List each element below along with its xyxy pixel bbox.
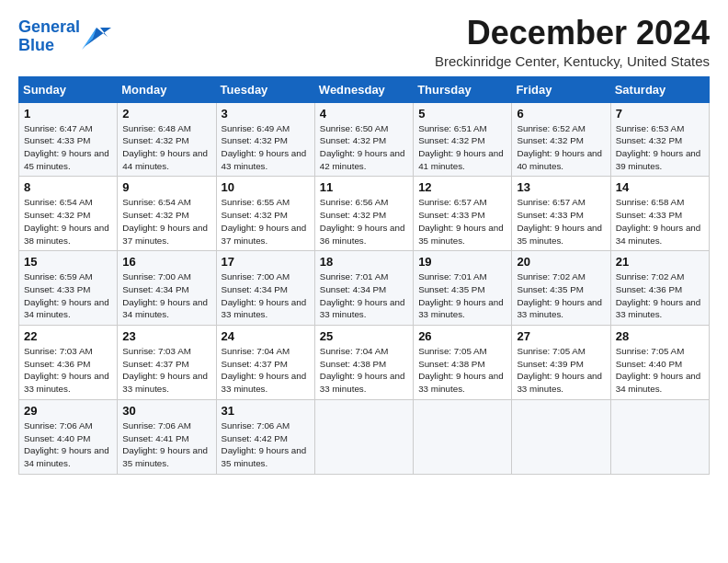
day-number: 12 <box>418 180 506 194</box>
calendar-cell: 9 Sunrise: 6:54 AMSunset: 4:32 PMDayligh… <box>118 177 216 251</box>
day-detail: Sunrise: 7:06 AMSunset: 4:42 PMDaylight:… <box>222 420 307 468</box>
day-detail: Sunrise: 6:51 AMSunset: 4:32 PMDaylight:… <box>418 123 504 171</box>
main-container: General Blue December 2024 Breckinridge … <box>0 0 728 484</box>
day-number: 11 <box>320 180 408 194</box>
calendar-cell: 11 Sunrise: 6:56 AMSunset: 4:32 PMDaylig… <box>314 177 413 251</box>
calendar-week-2: 8 Sunrise: 6:54 AMSunset: 4:32 PMDayligh… <box>19 177 710 251</box>
calendar-cell: 19 Sunrise: 7:01 AMSunset: 4:35 PMDaylig… <box>414 251 512 326</box>
day-number: 27 <box>517 329 605 343</box>
calendar-table: SundayMondayTuesdayWednesdayThursdayFrid… <box>18 76 710 475</box>
day-number: 15 <box>24 255 112 269</box>
day-detail: Sunrise: 6:49 AMSunset: 4:32 PMDaylight:… <box>222 123 307 171</box>
calendar-cell: 24 Sunrise: 7:04 AMSunset: 4:37 PMDaylig… <box>216 326 314 400</box>
day-header-friday: Friday <box>512 76 610 102</box>
calendar-cell: 18 Sunrise: 7:01 AMSunset: 4:34 PMDaylig… <box>314 251 413 326</box>
calendar-cell: 13 Sunrise: 6:57 AMSunset: 4:33 PMDaylig… <box>512 177 610 251</box>
calendar-cell: 3 Sunrise: 6:49 AMSunset: 4:32 PMDayligh… <box>216 102 314 177</box>
day-detail: Sunrise: 6:59 AMSunset: 4:33 PMDaylight:… <box>24 271 109 319</box>
day-number: 9 <box>122 180 210 194</box>
calendar-cell: 29 Sunrise: 7:06 AMSunset: 4:40 PMDaylig… <box>19 399 118 474</box>
day-number: 20 <box>517 255 605 269</box>
day-detail: Sunrise: 6:55 AMSunset: 4:32 PMDaylight:… <box>222 197 307 245</box>
day-detail: Sunrise: 7:02 AMSunset: 4:35 PMDaylight:… <box>517 271 602 319</box>
day-number: 10 <box>222 180 310 194</box>
page-title: December 2024 <box>435 15 710 52</box>
svg-marker-0 <box>85 28 111 46</box>
day-number: 25 <box>320 329 408 343</box>
day-detail: Sunrise: 6:47 AMSunset: 4:33 PMDaylight:… <box>24 123 109 171</box>
day-number: 31 <box>222 404 310 418</box>
day-number: 24 <box>222 329 310 343</box>
day-detail: Sunrise: 6:54 AMSunset: 4:32 PMDaylight:… <box>122 197 208 245</box>
day-detail: Sunrise: 7:01 AMSunset: 4:34 PMDaylight:… <box>320 271 405 319</box>
logo-text: General <box>18 18 80 37</box>
day-number: 14 <box>616 180 704 194</box>
day-detail: Sunrise: 7:06 AMSunset: 4:41 PMDaylight:… <box>122 420 208 468</box>
day-detail: Sunrise: 7:01 AMSunset: 4:35 PMDaylight:… <box>418 271 504 319</box>
calendar-cell: 27 Sunrise: 7:05 AMSunset: 4:39 PMDaylig… <box>512 326 610 400</box>
calendar-cell <box>512 399 610 474</box>
calendar-cell: 1 Sunrise: 6:47 AMSunset: 4:33 PMDayligh… <box>19 102 118 177</box>
header: General Blue December 2024 Breckinridge … <box>18 15 710 69</box>
day-detail: Sunrise: 7:05 AMSunset: 4:39 PMDaylight:… <box>517 346 602 394</box>
calendar-cell: 15 Sunrise: 6:59 AMSunset: 4:33 PMDaylig… <box>19 251 118 326</box>
day-number: 19 <box>418 255 506 269</box>
day-number: 23 <box>122 329 210 343</box>
day-detail: Sunrise: 7:03 AMSunset: 4:36 PMDaylight:… <box>24 346 109 394</box>
calendar-cell: 14 Sunrise: 6:58 AMSunset: 4:33 PMDaylig… <box>610 177 709 251</box>
day-detail: Sunrise: 6:58 AMSunset: 4:33 PMDaylight:… <box>616 197 701 245</box>
calendar-cell: 16 Sunrise: 7:00 AMSunset: 4:34 PMDaylig… <box>118 251 216 326</box>
day-number: 2 <box>122 107 210 121</box>
day-header-thursday: Thursday <box>414 76 512 102</box>
day-header-sunday: Sunday <box>19 76 118 102</box>
title-block: December 2024 Breckinridge Center, Kentu… <box>435 15 710 69</box>
day-number: 22 <box>24 329 112 343</box>
day-detail: Sunrise: 7:04 AMSunset: 4:37 PMDaylight:… <box>222 346 307 394</box>
calendar-cell: 7 Sunrise: 6:53 AMSunset: 4:32 PMDayligh… <box>610 102 709 177</box>
day-detail: Sunrise: 7:02 AMSunset: 4:36 PMDaylight:… <box>616 271 701 319</box>
day-detail: Sunrise: 7:00 AMSunset: 4:34 PMDaylight:… <box>122 271 208 319</box>
day-number: 17 <box>222 255 310 269</box>
calendar-cell: 4 Sunrise: 6:50 AMSunset: 4:32 PMDayligh… <box>314 102 413 177</box>
day-number: 8 <box>24 180 112 194</box>
day-number: 18 <box>320 255 408 269</box>
calendar-cell <box>414 399 512 474</box>
day-header-wednesday: Wednesday <box>314 76 413 102</box>
day-number: 28 <box>616 329 704 343</box>
calendar-cell: 28 Sunrise: 7:05 AMSunset: 4:40 PMDaylig… <box>610 326 709 400</box>
calendar-week-5: 29 Sunrise: 7:06 AMSunset: 4:40 PMDaylig… <box>19 399 710 474</box>
day-detail: Sunrise: 6:50 AMSunset: 4:32 PMDaylight:… <box>320 123 405 171</box>
logo-icon <box>82 24 111 50</box>
calendar-cell <box>610 399 709 474</box>
calendar-cell: 30 Sunrise: 7:06 AMSunset: 4:41 PMDaylig… <box>118 399 216 474</box>
calendar-cell: 2 Sunrise: 6:48 AMSunset: 4:32 PMDayligh… <box>118 102 216 177</box>
calendar-cell: 21 Sunrise: 7:02 AMSunset: 4:36 PMDaylig… <box>610 251 709 326</box>
calendar-cell: 17 Sunrise: 7:00 AMSunset: 4:34 PMDaylig… <box>216 251 314 326</box>
day-number: 16 <box>122 255 210 269</box>
day-detail: Sunrise: 7:04 AMSunset: 4:38 PMDaylight:… <box>320 346 405 394</box>
calendar-cell: 6 Sunrise: 6:52 AMSunset: 4:32 PMDayligh… <box>512 102 610 177</box>
calendar-cell: 5 Sunrise: 6:51 AMSunset: 4:32 PMDayligh… <box>414 102 512 177</box>
calendar-body: 1 Sunrise: 6:47 AMSunset: 4:33 PMDayligh… <box>19 102 710 474</box>
day-number: 6 <box>517 107 605 121</box>
day-detail: Sunrise: 6:54 AMSunset: 4:32 PMDaylight:… <box>24 197 109 245</box>
calendar-cell: 31 Sunrise: 7:06 AMSunset: 4:42 PMDaylig… <box>216 399 314 474</box>
calendar-cell: 25 Sunrise: 7:04 AMSunset: 4:38 PMDaylig… <box>314 326 413 400</box>
day-detail: Sunrise: 6:48 AMSunset: 4:32 PMDaylight:… <box>122 123 208 171</box>
day-detail: Sunrise: 7:03 AMSunset: 4:37 PMDaylight:… <box>122 346 208 394</box>
day-number: 30 <box>122 404 210 418</box>
day-number: 29 <box>24 404 112 418</box>
day-detail: Sunrise: 6:56 AMSunset: 4:32 PMDaylight:… <box>320 197 405 245</box>
day-header-tuesday: Tuesday <box>216 76 314 102</box>
day-detail: Sunrise: 6:57 AMSunset: 4:33 PMDaylight:… <box>517 197 602 245</box>
day-number: 4 <box>320 107 408 121</box>
day-number: 21 <box>616 255 704 269</box>
location-subtitle: Breckinridge Center, Kentucky, United St… <box>435 53 710 69</box>
day-detail: Sunrise: 7:05 AMSunset: 4:38 PMDaylight:… <box>418 346 504 394</box>
day-detail: Sunrise: 6:52 AMSunset: 4:32 PMDaylight:… <box>517 123 602 171</box>
calendar-week-3: 15 Sunrise: 6:59 AMSunset: 4:33 PMDaylig… <box>19 251 710 326</box>
day-number: 3 <box>222 107 310 121</box>
day-number: 5 <box>418 107 506 121</box>
calendar-cell: 8 Sunrise: 6:54 AMSunset: 4:32 PMDayligh… <box>19 177 118 251</box>
day-detail: Sunrise: 7:00 AMSunset: 4:34 PMDaylight:… <box>222 271 307 319</box>
